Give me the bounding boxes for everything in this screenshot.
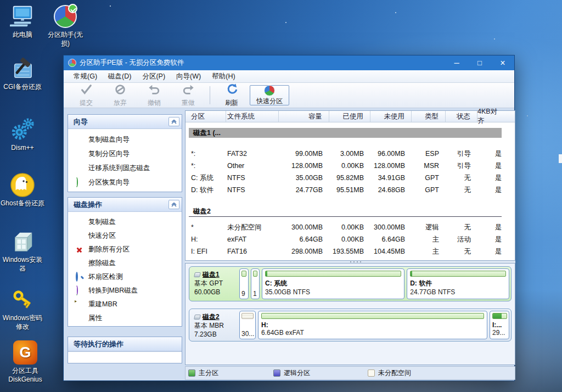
gears-icon: [9, 116, 36, 143]
sidebar-item-copy-disk-wizard[interactable]: 复制磁盘向导: [68, 132, 182, 147]
sidebar-item-delete-all-partitions[interactable]: 删除所有分区: [68, 243, 182, 256]
partition-block-c[interactable]: C: 系统 35.00GB NTFS: [262, 268, 404, 299]
redo-button[interactable]: 重做: [171, 83, 205, 108]
desktop-icon-ghost[interactable]: Ghost备份还原: [0, 172, 45, 208]
menu-partition[interactable]: 分区(P): [137, 70, 171, 83]
column-filesystem[interactable]: 文件系统: [226, 111, 279, 122]
column-capacity[interactable]: 容量: [279, 111, 329, 122]
table-row[interactable]: *:Other128.00MB0.00KB128.00MBMSR引导是: [186, 160, 515, 172]
desktop-icon-label: Ghost备份还原: [1, 199, 44, 208]
partition-block-d[interactable]: D: 软件 24.77GB NTFS: [407, 268, 509, 299]
desktop-icon-label: CGI备份还原: [3, 83, 41, 92]
column-unused[interactable]: 未使用: [370, 111, 412, 122]
disk2-map-header[interactable]: 磁盘2 基本 MBR 7.23GB: [191, 311, 237, 339]
partition-block-msr[interactable]: 1: [251, 268, 260, 299]
sidebar-item-migrate-os-ssd[interactable]: 迁移系统到固态磁盘: [68, 161, 182, 175]
key-icon: [9, 287, 36, 313]
desktop-icon-windows-installer[interactable]: Windows安装器: [0, 228, 45, 273]
disk-map-panel: 磁盘1 基本 GPT 60.00GB 9 1 C: 系统 35.00GB NTF…: [185, 263, 515, 365]
column-status[interactable]: 状态: [446, 111, 477, 122]
discard-button[interactable]: 放弃: [103, 83, 137, 108]
commit-button[interactable]: 提交: [69, 83, 103, 108]
window-title: 分区助手PE版 - 无损分区免费软件: [80, 58, 445, 68]
legend-bar: 主分区 逻辑分区 未分配空间: [185, 366, 515, 380]
maximize-button[interactable]: □: [468, 55, 491, 70]
sidebar-item-wipe-disk[interactable]: 擦除磁盘: [68, 256, 182, 270]
wizards-panel-header[interactable]: 向导: [68, 115, 182, 129]
collapse-chevron-icon[interactable]: [168, 200, 179, 209]
partition-table: 分区 文件系统 容量 已使用 未使用 类型 状态 4KB对齐 磁盘1 (... …: [185, 110, 515, 261]
hammer-blueprint-icon: [9, 55, 36, 82]
column-partition[interactable]: 分区: [186, 111, 226, 122]
computer-icon: [9, 3, 36, 30]
minimize-button[interactable]: ─: [445, 55, 468, 70]
table-row[interactable]: C: 系统NTFS35.00GB95.82MB34.91GBGPT无是: [186, 172, 515, 184]
desktop-icon-dism[interactable]: Dism++: [0, 116, 45, 153]
pending-operations-header[interactable]: 等待执行的操作: [68, 337, 182, 351]
partition-block-esp[interactable]: 9: [239, 268, 249, 299]
table-row[interactable]: I: EFIFAT16298.00MB193.55MB104.45MB主无是: [186, 245, 515, 257]
panel-title: 向导: [74, 117, 168, 127]
pie-chart-icon: [264, 85, 275, 96]
pending-operations-list[interactable]: [68, 351, 182, 363]
desktop-icon-this-pc[interactable]: 此电脑: [4, 3, 41, 40]
sidebar-item-copy-disk[interactable]: 复制磁盘: [68, 215, 182, 229]
refresh-button[interactable]: 刷新: [215, 83, 249, 108]
prohibit-icon: [114, 83, 127, 98]
migrate-os-icon: [75, 164, 83, 172]
column-4k-align[interactable]: 4KB对齐: [477, 111, 514, 122]
unallocated-swatch: [368, 369, 375, 377]
sidebar-item-bad-sector-check[interactable]: 坏扇区检测: [68, 270, 182, 284]
sidebar-item-quick-partition[interactable]: 快速分区: [68, 229, 182, 243]
lightning-icon: [75, 232, 83, 240]
partition-assistant-window: 分区助手PE版 - 无损分区免费软件 ─ □ × 常规(G) 磁盘(D) 分区(…: [63, 55, 515, 381]
primary-partition-swatch: [188, 369, 195, 377]
offscreen-icon-fragment: [559, 154, 562, 163]
desktop-icon-cgi-backup[interactable]: CGI备份还原: [0, 55, 45, 92]
desktop-icon-windows-password[interactable]: Windows密码修改: [0, 287, 45, 331]
disk1-map-header[interactable]: 磁盘1 基本 GPT 60.00GB: [191, 268, 237, 299]
disk-icon: [194, 272, 201, 277]
sidebar-item-rebuild-mbr[interactable]: 重建MBR: [68, 298, 182, 311]
partition-block-h[interactable]: H: 6.64GB exFAT: [258, 311, 487, 339]
sidebar-item-convert-to-mbr[interactable]: 转换到MBR磁盘: [68, 284, 182, 298]
desktop-icon-partition-assistant[interactable]: 分区助手(无损): [44, 3, 87, 48]
partition-block-i[interactable]: I:... 29...: [490, 311, 509, 339]
collapse-chevron-icon[interactable]: [168, 117, 179, 126]
sidebar-item-copy-partition-wizard[interactable]: 复制分区向导: [68, 147, 182, 161]
table-row[interactable]: *未分配空间300.00MB0.00KB300.00MB逻辑无是: [186, 221, 515, 233]
sidebar-item-properties[interactable]: 属性: [68, 311, 182, 325]
close-button[interactable]: ×: [491, 55, 514, 70]
desktop-icon-diskgenius[interactable]: G 分区工具 DiskGenius: [0, 339, 50, 384]
menu-general[interactable]: 常规(G): [68, 70, 103, 83]
install-box-icon: [9, 228, 36, 255]
menu-disk[interactable]: 磁盘(D): [103, 70, 137, 83]
disk1-map-row[interactable]: 磁盘1 基本 GPT 60.00GB 9 1 C: 系统 35.00GB NTF…: [189, 266, 512, 301]
menu-help[interactable]: 帮助(H): [206, 70, 240, 83]
table-row[interactable]: *:FAT3299.00MB3.00MB96.00MBESP引导是: [186, 148, 515, 160]
table-row[interactable]: D: 软件NTFS24.77GB95.51MB24.68GBGPT无是: [186, 184, 515, 196]
title-bar[interactable]: 分区助手PE版 - 无损分区免费软件 ─ □ ×: [64, 55, 514, 70]
menu-wizard[interactable]: 向导(W): [171, 70, 206, 83]
disk1-group-header[interactable]: 磁盘1 (...: [189, 128, 502, 138]
disk-operations-panel-header[interactable]: 磁盘操作: [68, 198, 182, 212]
pencil-icon: [75, 300, 83, 309]
table-row[interactable]: H:exFAT6.64GB0.00KB6.64GB主活动是: [186, 233, 515, 245]
quick-partition-button[interactable]: 快速分区: [250, 85, 289, 105]
column-used[interactable]: 已使用: [329, 111, 370, 122]
eraser-icon: [75, 259, 83, 267]
desktop-icon-label: 分区工具 DiskGenius: [0, 367, 50, 384]
copy-disk-wizard-icon: [75, 136, 83, 144]
undo-button[interactable]: 撤销: [137, 83, 171, 108]
copy-partition-wizard-icon: [75, 150, 83, 158]
legend-primary: 主分区: [188, 368, 218, 378]
column-type[interactable]: 类型: [412, 111, 446, 122]
disk2-map-row[interactable]: 磁盘2 基本 MBR 7.23GB 30... H: 6.64GB exFAT …: [189, 309, 512, 341]
wallpaper-stars: [110, 5, 111, 7]
wizards-panel: 向导 复制磁盘向导 复制分区向导 迁移系统到固态磁盘 分区恢复向导: [68, 114, 182, 192]
disk2-group-header[interactable]: 磁盘2: [189, 207, 502, 217]
partition-block-unallocated[interactable]: 30...: [239, 311, 256, 339]
desktop-icon-label: 分区助手(无损): [44, 31, 87, 48]
sidebar-item-partition-recovery-wizard[interactable]: 分区恢复向导: [68, 175, 182, 189]
desktop-icon-label: Windows安装器: [0, 256, 45, 273]
